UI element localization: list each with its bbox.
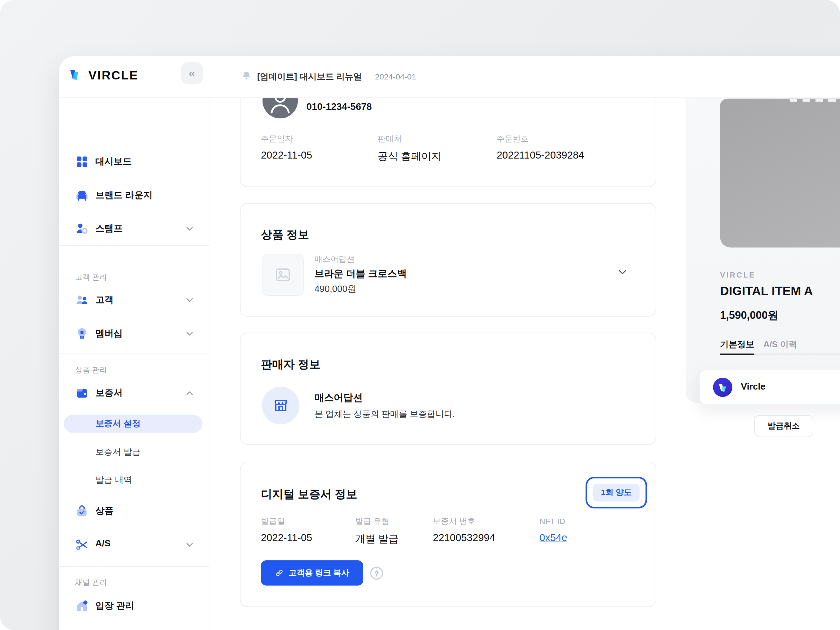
card-title: 디지털 보증서 정보 [261,487,357,502]
header: VIRCLE « [업데이트] 대시보드 리뉴얼 2024-04-01 [59,56,840,98]
sidebar-subitem-warranty-issue[interactable]: 보증서 발급 [95,447,141,458]
field-label: 발급일 [261,516,285,527]
sidebar-item-membership[interactable]: 멤버십 [59,322,209,344]
issuer-card[interactable]: Vircle [699,369,840,405]
item-image [720,99,840,248]
as-scissors-icon [75,538,89,552]
sidebar-item-warranty[interactable]: 보증서 [59,382,209,403]
field-label: 발급 유형 [355,516,390,527]
copy-button-label: 고객용 링크 복사 [289,568,349,578]
notification-text[interactable]: [업데이트] 대시보드 리뉴얼 [257,71,362,83]
sidebar-subitem-warranty-settings-active[interactable]: 보증서 설정 [64,415,202,433]
sidebar-collapse-button[interactable]: « [181,62,203,84]
copy-customer-link-button[interactable]: 고객용 링크 복사 [261,561,363,586]
divider [59,566,209,567]
brand-logo: VIRCLE [68,67,139,83]
seller-name: 매스어답션 [314,391,363,404]
app-window: VIRCLE « [업데이트] 대시보드 리뉴얼 2024-04-01 대시보드… [59,56,840,630]
warranty-number-value: 22100532994 [433,532,495,544]
chevron-up-icon [185,389,194,397]
tab-basic-info[interactable]: 기본정보 [720,339,754,351]
page-background: VIRCLE « [업데이트] 대시보드 리뉴얼 2024-04-01 대시보드… [0,0,840,630]
sidebar-item-stamp[interactable]: 스탬프 [59,217,209,239]
item-name: DIGITAL ITEM A [720,284,813,298]
notification-date: 2024-04-01 [375,72,416,81]
issue-date-value: 2022-11-05 [261,532,312,544]
product-brand: 매스어답션 [314,254,355,265]
customer-avatar [262,98,298,118]
dashboard-icon [75,155,89,169]
sidebar-item-customers[interactable]: 고객 [59,289,209,310]
chevron-down-icon [185,296,194,304]
help-icon[interactable]: ? [370,567,383,579]
tab-as-history[interactable]: A/S 이력 [763,339,797,351]
seller-description: 본 업체는 상품의 판매를 보증합니다. [314,409,455,420]
field-label: 보증서 번호 [433,516,475,527]
order-info-card: 010-1234-5678 주문일자 2022-11-05 판매처 공식 홈페이… [240,98,656,187]
section-label-channel-mgmt: 채널 관리 [75,578,107,588]
section-label-product-mgmt: 상품 관리 [75,365,107,375]
membership-icon [75,327,89,341]
sidebar-item-brand-lounge[interactable]: 브랜드 라운지 [59,185,209,206]
stamp-icon [75,222,89,236]
sidebar: 대시보드 브랜드 라운지 스탬프 고객 관리 고객 [59,98,209,630]
customers-icon [75,293,89,307]
section-label-customer-mgmt: 고객 관리 [75,273,107,283]
transfer-badge-ring[interactable]: 1회 양도 [586,477,647,508]
item-brand-label: VIRCLE [720,270,756,279]
product-name: 브라운 더블 크로스백 [314,267,406,280]
chevron-down-icon [185,329,194,338]
sidebar-item-entry-mgmt[interactable]: 입장 관리 [59,595,209,616]
store-icon [262,387,299,424]
divider [59,354,209,354]
divider [59,245,209,246]
sidebar-subitem-issue-history[interactable]: 발급 내역 [95,475,132,486]
sidebar-item-as[interactable]: A/S [59,534,209,555]
cancel-issuance-button[interactable]: 발급취소 [754,415,813,437]
screen: VIRCLE « [업데이트] 대시보드 리뉴얼 2024-04-01 대시보드… [0,0,840,630]
brand-lounge-icon [75,189,89,203]
field-label: 주문일자 [261,134,293,144]
chevron-down-icon [185,540,194,549]
product-icon [75,504,89,518]
image-overlay-text-cut [789,99,840,102]
brand-name: VIRCLE [88,68,139,82]
customer-phone: 010-1234-5678 [306,101,372,112]
warranty-icon [75,387,89,400]
issuer-name: Vircle [741,382,766,392]
sidebar-item-product[interactable]: 상품 [59,500,209,521]
product-thumbnail [262,254,303,296]
sidebar-item-dashboard[interactable]: 대시보드 [59,150,209,172]
chevron-down-icon[interactable] [617,266,628,278]
nft-id-link[interactable]: 0x54e [539,532,567,544]
sidebar-item-reservation-mgmt[interactable]: 예약 관리 [59,628,209,630]
card-title: 판매자 정보 [261,357,320,372]
vircle-circle-logo-icon [713,377,732,397]
link-icon [275,568,284,578]
seller-channel-value: 공식 홈페이지 [377,150,442,163]
card-title: 상품 정보 [261,227,309,242]
order-date-value: 2022-11-05 [261,150,312,161]
product-info-card: 상품 정보 매스어답션 브라운 더블 크로스백 490,000원 [240,203,656,316]
digital-warranty-card: 디지털 보증서 정보 1회 양도 발급일 2022-11-05 발급 유형 개별… [240,462,656,607]
field-label: 주문번호 [497,134,529,144]
product-price: 490,000원 [314,283,356,295]
chevron-down-icon [185,224,194,233]
field-label: 판매처 [377,134,402,144]
transfer-badge: 1회 양도 [593,484,640,502]
order-number-value: 20221105-2039284 [497,150,584,161]
main-content[interactable]: 010-1234-5678 주문일자 2022-11-05 판매처 공식 홈페이… [209,98,686,630]
notification-bell-icon[interactable] [240,70,253,82]
item-price: 1,590,000원 [720,308,778,322]
issue-type-value: 개별 발급 [355,532,399,546]
item-detail-panel: VIRCLE DIGITAL ITEM A 1,590,000원 기본정보 A/… [686,98,840,403]
field-label: NFT ID [539,516,565,526]
vircle-logo-icon [68,67,84,83]
seller-info-card: 판매자 정보 매스어답션 본 업체는 상품의 판매를 보증합니다. [240,333,656,445]
entry-house-icon [75,599,89,613]
